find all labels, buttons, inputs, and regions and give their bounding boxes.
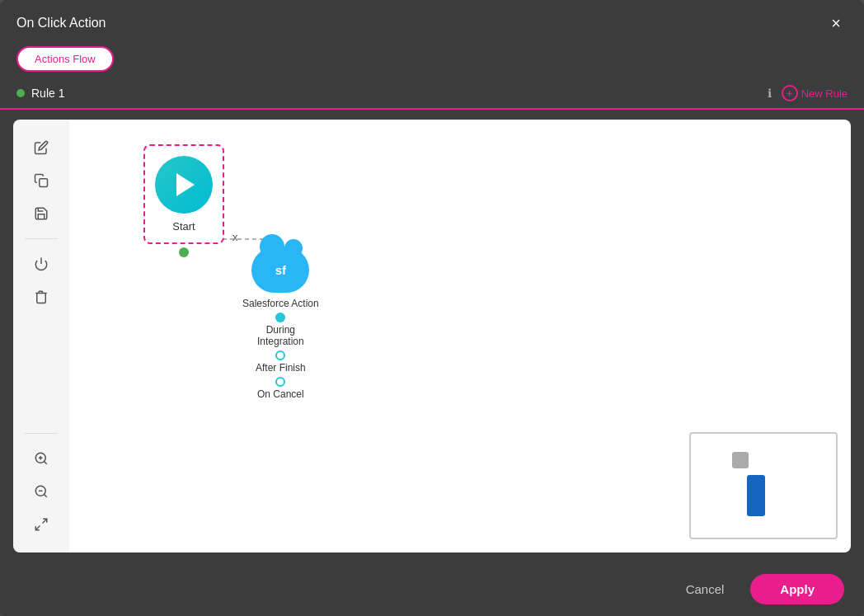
main-canvas[interactable]: x Start sf Salesforce Action DuringInt bbox=[69, 120, 851, 553]
modal-container: On Click Action × Actions Flow Rule 1 ℹ … bbox=[0, 0, 864, 616]
canvas-area: x Start sf Salesforce Action DuringInt bbox=[0, 110, 864, 562]
sf-node[interactable]: sf Salesforce Action DuringIntegration A… bbox=[242, 247, 319, 400]
minimap-node-blue bbox=[747, 475, 765, 516]
new-rule-button[interactable]: + New Rule bbox=[782, 85, 848, 101]
rule-bar: Rule 1 ℹ + New Rule bbox=[0, 82, 864, 110]
minimap-inner bbox=[691, 434, 836, 538]
tab-actions-flow[interactable]: Actions Flow bbox=[16, 46, 114, 72]
sf-cloud-icon: sf bbox=[251, 247, 309, 293]
minimap-node-gray bbox=[732, 452, 749, 468]
during-integration-label: DuringIntegration bbox=[257, 324, 304, 347]
start-circle bbox=[155, 156, 213, 214]
modal-title: On Click Action bbox=[16, 16, 106, 31]
toolbar-bottom bbox=[25, 426, 58, 539]
delete-tool-button[interactable] bbox=[26, 282, 56, 312]
sf-text: sf bbox=[275, 263, 286, 277]
modal-header: On Click Action × bbox=[0, 0, 864, 46]
sf-connector-dot-2 bbox=[275, 350, 285, 360]
modal-footer: Cancel Apply bbox=[0, 562, 864, 616]
copy-tool-button[interactable] bbox=[26, 166, 56, 195]
rule-label: Rule 1 bbox=[16, 87, 64, 100]
sf-label: Salesforce Action bbox=[242, 298, 319, 309]
toolbar-separator bbox=[25, 238, 58, 239]
after-finish-label: After Finish bbox=[256, 362, 306, 374]
zoom-in-button[interactable] bbox=[26, 444, 56, 473]
left-toolbar bbox=[13, 120, 69, 553]
start-node[interactable]: Start bbox=[143, 144, 224, 257]
minimap bbox=[689, 432, 838, 539]
start-label: Start bbox=[172, 220, 195, 233]
svg-line-10 bbox=[35, 526, 40, 530]
tab-bar: Actions Flow bbox=[0, 46, 864, 82]
rule-status-dot bbox=[16, 89, 25, 97]
svg-line-9 bbox=[43, 519, 47, 523]
svg-line-7 bbox=[44, 494, 46, 496]
apply-button[interactable]: Apply bbox=[750, 574, 844, 604]
save-tool-button[interactable] bbox=[26, 199, 56, 228]
zoom-out-button[interactable] bbox=[26, 477, 56, 506]
svg-rect-0 bbox=[40, 179, 48, 187]
toolbar-separator-2 bbox=[25, 433, 58, 434]
edit-tool-button[interactable] bbox=[26, 133, 56, 162]
info-icon: ℹ bbox=[768, 87, 772, 100]
x-marker: x bbox=[232, 231, 238, 243]
rule-name: Rule 1 bbox=[31, 87, 64, 100]
cancel-button[interactable]: Cancel bbox=[673, 576, 738, 603]
rule-actions: ℹ + New Rule bbox=[768, 85, 848, 101]
sf-connector-dot-1 bbox=[275, 313, 285, 322]
start-node-box: Start bbox=[143, 144, 224, 244]
new-rule-plus-icon: + bbox=[782, 85, 798, 101]
on-cancel-label: On Cancel bbox=[257, 388, 304, 400]
play-icon bbox=[176, 173, 195, 196]
start-connector-dot bbox=[179, 247, 189, 257]
sf-connector-dot-3 bbox=[275, 377, 285, 387]
fit-view-button[interactable] bbox=[26, 510, 56, 539]
new-rule-label: New Rule bbox=[801, 87, 848, 100]
svg-line-3 bbox=[44, 461, 46, 463]
close-button[interactable]: × bbox=[824, 12, 848, 35]
power-tool-button[interactable] bbox=[26, 249, 56, 279]
